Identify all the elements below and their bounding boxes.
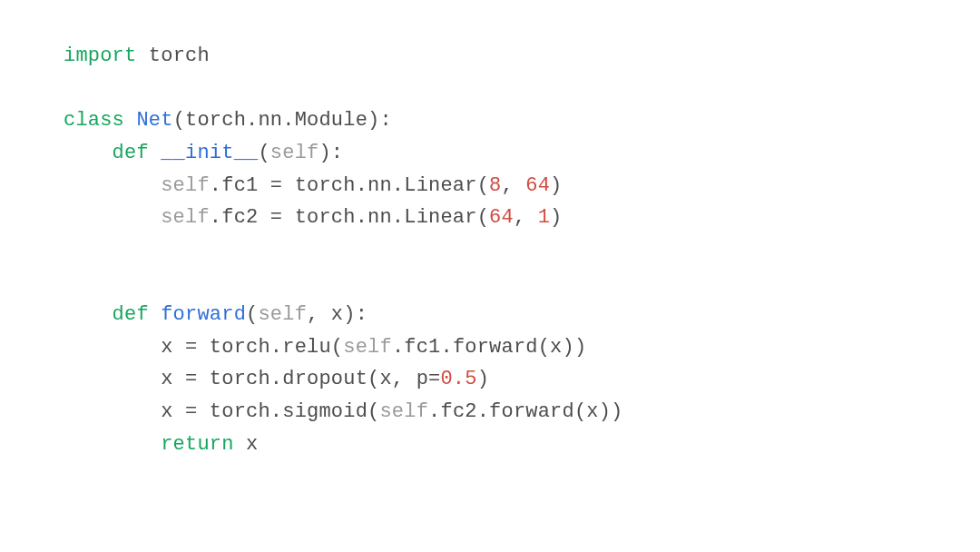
code-line: return x — [64, 429, 916, 461]
code-token: ): — [318, 142, 343, 164]
code-block: import torch class Net(torch.nn.Module):… — [0, 0, 980, 500]
code-token: Net — [136, 109, 172, 132]
code-line: x = torch.relu(self.fc1.forward(x)) — [64, 331, 916, 364]
code-token: forward — [161, 303, 246, 326]
code-token: x = torch.dropout(x, p= — [161, 368, 440, 390]
indent — [64, 433, 161, 456]
code-token: x = torch.relu( — [161, 336, 343, 359]
code-line — [64, 73, 916, 105]
code-line: x = torch.dropout(x, p=0.5) — [64, 363, 916, 396]
code-line: self.fc1 = torch.nn.Linear(8, 64) — [64, 170, 916, 202]
code-token: 64 — [525, 174, 550, 197]
code-token: def — [113, 303, 162, 326]
code-token: ) — [477, 368, 489, 390]
code-token: .fc2.forward(x)) — [428, 400, 622, 423]
code-token: ( — [258, 142, 270, 164]
code-token: 0.5 — [440, 368, 476, 390]
code-token: x = torch.sigmoid( — [161, 400, 379, 423]
code-token: return — [161, 433, 246, 456]
code-token: (torch.nn.Module): — [173, 109, 392, 132]
code-token: .fc1 = torch.nn.Linear( — [210, 174, 489, 197]
code-token: 1 — [538, 206, 550, 229]
code-line: def __init__(self): — [64, 137, 916, 170]
code-token: self — [379, 400, 428, 423]
code-line — [64, 266, 916, 299]
indent — [64, 206, 161, 229]
code-token: ( — [246, 303, 258, 326]
code-token: self — [258, 303, 307, 326]
indent — [64, 174, 161, 197]
code-token: self — [161, 206, 210, 229]
code-token: self — [161, 174, 210, 197]
code-token: .fc2 = torch.nn.Linear( — [210, 206, 489, 229]
code-line: def forward(self, x): — [64, 299, 916, 331]
code-token: 8 — [489, 174, 501, 197]
code-token: __init__ — [161, 142, 258, 164]
code-token: 64 — [489, 206, 514, 229]
code-token: def — [113, 142, 162, 164]
indent — [64, 142, 113, 164]
indent — [64, 336, 161, 359]
code-token: , — [514, 206, 538, 229]
code-line: self.fc2 = torch.nn.Linear(64, 1) — [64, 202, 916, 234]
indent — [64, 303, 113, 326]
indent — [64, 368, 161, 390]
indent — [64, 400, 161, 423]
code-token: ) — [550, 206, 562, 229]
code-token: , x): — [307, 303, 368, 326]
code-line: x = torch.sigmoid(self.fc2.forward(x)) — [64, 396, 916, 429]
code-token: torch — [149, 44, 210, 67]
code-line: class Net(torch.nn.Module): — [64, 104, 916, 137]
code-token: import — [64, 44, 149, 67]
code-token: self — [270, 142, 319, 164]
code-token: self — [343, 336, 392, 359]
code-token: x — [246, 433, 258, 456]
code-token: .fc1.forward(x)) — [392, 336, 586, 359]
code-token: class — [64, 109, 136, 132]
code-token: , — [501, 174, 525, 197]
code-line — [64, 234, 916, 267]
code-line: import torch — [64, 40, 916, 73]
code-token: ) — [550, 174, 562, 197]
